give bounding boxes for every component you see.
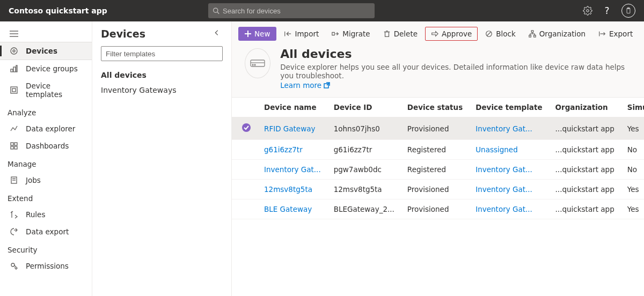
- device-template-link[interactable]: Inventory Gat...: [469, 117, 548, 140]
- learn-more-label: Learn more: [280, 81, 321, 90]
- nav-item-dashboards[interactable]: Dashboards: [0, 137, 92, 154]
- app-title: Contoso quickstart app: [9, 6, 107, 15]
- hero-icon: [245, 48, 270, 78]
- organization-button[interactable]: Organization: [523, 27, 591, 41]
- template-item[interactable]: All devices: [101, 68, 223, 83]
- help-icon[interactable]: ?: [602, 6, 612, 16]
- device-org: ...quickstart app: [549, 117, 621, 140]
- device-template-link[interactable]: Unassigned: [469, 140, 548, 160]
- col-header[interactable]: Device ID: [327, 98, 401, 117]
- nav-label: Data export: [26, 227, 69, 236]
- search-box[interactable]: [208, 3, 375, 18]
- settings-icon[interactable]: [583, 6, 592, 16]
- device-org: ...quickstart app: [549, 199, 621, 219]
- svg-point-9: [13, 50, 15, 52]
- devices-table: Device nameDevice IDDevice statusDevice …: [232, 98, 644, 219]
- nav-item-device-templates[interactable]: Device templates: [0, 77, 92, 103]
- learn-more-link[interactable]: Learn more: [280, 81, 330, 90]
- dashboard-icon: [10, 142, 18, 150]
- nav-label: Jobs: [26, 176, 41, 184]
- col-check: [232, 98, 258, 117]
- row-check[interactable]: [232, 140, 258, 160]
- svg-rect-10: [11, 69, 13, 72]
- device-name-link[interactable]: 12msv8tg5ta: [258, 180, 327, 199]
- filter-templates-box[interactable]: [101, 46, 223, 61]
- device-sim: Yes: [621, 117, 644, 140]
- export-label: Export: [609, 29, 633, 38]
- svg-line-1: [217, 12, 219, 13]
- table-row[interactable]: Inventory Gat...pgw7awb0dcRegisteredInve…: [232, 160, 644, 180]
- device-name-link[interactable]: Inventory Gat...: [258, 160, 327, 180]
- device-org: ...quickstart app: [549, 140, 621, 160]
- device-sim: Yes: [621, 199, 644, 219]
- new-button-label: New: [254, 29, 270, 38]
- device-template-link[interactable]: Inventory Gat...: [469, 180, 548, 199]
- svg-rect-30: [385, 32, 389, 37]
- device-name-link[interactable]: BLE Gateway: [258, 199, 327, 219]
- table-row[interactable]: BLE GatewayBLEGateway_2...ProvisionedInv…: [232, 199, 644, 219]
- rules-icon: [10, 210, 18, 219]
- col-header[interactable]: Device template: [469, 98, 548, 117]
- clipboard-icon[interactable]: [621, 4, 635, 18]
- svg-point-8: [11, 48, 17, 54]
- row-check[interactable]: [232, 180, 258, 199]
- row-check[interactable]: [232, 160, 258, 180]
- approve-button[interactable]: Approve: [425, 27, 478, 41]
- nav-label: Device groups: [26, 64, 78, 73]
- panel-title: Devices: [101, 28, 145, 40]
- row-check[interactable]: [232, 117, 258, 140]
- hero-subtitle: Device explorer helps you see all your d…: [280, 63, 631, 80]
- templates-icon: [10, 86, 18, 94]
- search-icon: [213, 7, 219, 14]
- device-status: Registered: [401, 140, 469, 160]
- hero-title: All devices: [280, 47, 631, 61]
- device-status: Provisioned: [401, 117, 469, 140]
- import-label: Import: [295, 29, 319, 38]
- device-template-link[interactable]: Inventory Gat...: [469, 199, 548, 219]
- svg-rect-37: [533, 35, 536, 38]
- new-button[interactable]: New: [238, 27, 276, 41]
- migrate-button[interactable]: Migrate: [326, 27, 375, 41]
- table-row[interactable]: RFID Gateway1ohns07jhs0ProvisionedInvent…: [232, 117, 644, 140]
- hamburger-icon[interactable]: [0, 25, 92, 42]
- table-row[interactable]: 12msv8tg5ta12msv8tg5taProvisionedInvento…: [232, 180, 644, 199]
- row-check[interactable]: [232, 199, 258, 219]
- import-button[interactable]: Import: [279, 27, 324, 41]
- nav-item-devices[interactable]: Devices: [0, 42, 92, 60]
- search-input[interactable]: [223, 7, 370, 15]
- nav-item-permissions[interactable]: Permissions: [0, 257, 92, 275]
- col-header[interactable]: Simulated: [621, 98, 644, 117]
- template-item[interactable]: Inventory Gateways: [101, 83, 223, 98]
- table-row[interactable]: g61i6zz7trg61i6zz7trRegisteredUnassigned…: [232, 140, 644, 160]
- device-template-link[interactable]: Inventory Gat...: [469, 160, 548, 180]
- block-button[interactable]: Block: [480, 27, 521, 41]
- device-name-link[interactable]: RFID Gateway: [258, 117, 327, 140]
- filter-templates-input[interactable]: [106, 50, 218, 58]
- device-id: 1ohns07jhs0: [327, 117, 401, 140]
- svg-rect-15: [11, 143, 13, 145]
- col-header[interactable]: Device status: [401, 98, 469, 117]
- hero-section: All devices Device explorer helps you se…: [232, 45, 644, 97]
- col-header[interactable]: Organization: [549, 98, 621, 117]
- nav-section-security: Security: [0, 240, 92, 257]
- nav-section-analyze: Analyze: [0, 103, 92, 120]
- delete-button[interactable]: Delete: [378, 27, 423, 41]
- collapse-panel-icon[interactable]: [213, 29, 223, 39]
- nav-section-extend: Extend: [0, 189, 92, 206]
- top-icons: ?: [583, 4, 635, 18]
- delete-label: Delete: [394, 29, 418, 38]
- devices-icon: [10, 47, 18, 55]
- explorer-icon: [10, 124, 18, 133]
- nav-item-device-groups[interactable]: Device groups: [0, 60, 92, 77]
- nav-item-data-export[interactable]: Data export: [0, 223, 92, 240]
- nav-item-data-explorer[interactable]: Data explorer: [0, 120, 92, 137]
- nav-item-rules[interactable]: Rules: [0, 206, 92, 223]
- device-sim: No: [621, 160, 644, 180]
- col-header[interactable]: Device name: [258, 98, 327, 117]
- nav-item-jobs[interactable]: Jobs: [0, 172, 92, 189]
- device-name-link[interactable]: g61i6zz7tr: [258, 140, 327, 160]
- top-bar: Contoso quickstart app ?: [0, 0, 644, 21]
- more-button[interactable]: ⋯: [640, 27, 644, 41]
- devices-table-wrap: Device nameDevice IDDevice statusDevice …: [232, 97, 644, 296]
- export-button[interactable]: Export: [593, 27, 638, 41]
